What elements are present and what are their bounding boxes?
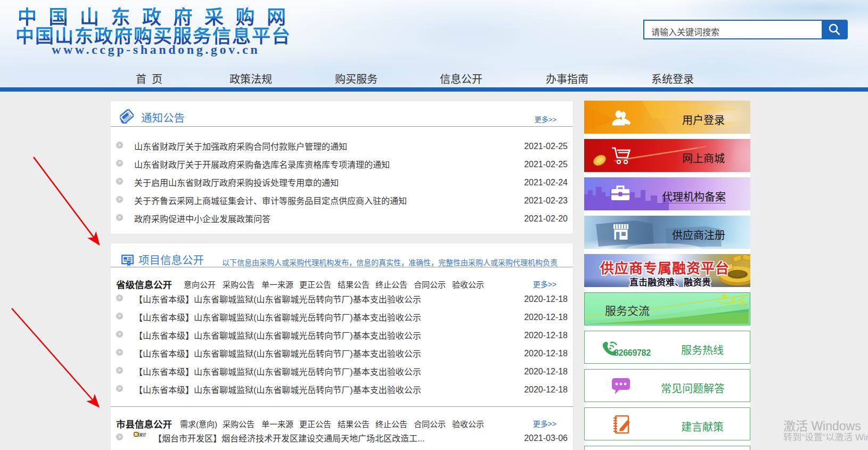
svg-text:EW: EW bbox=[138, 432, 145, 437]
svg-text:N: N bbox=[135, 432, 137, 437]
